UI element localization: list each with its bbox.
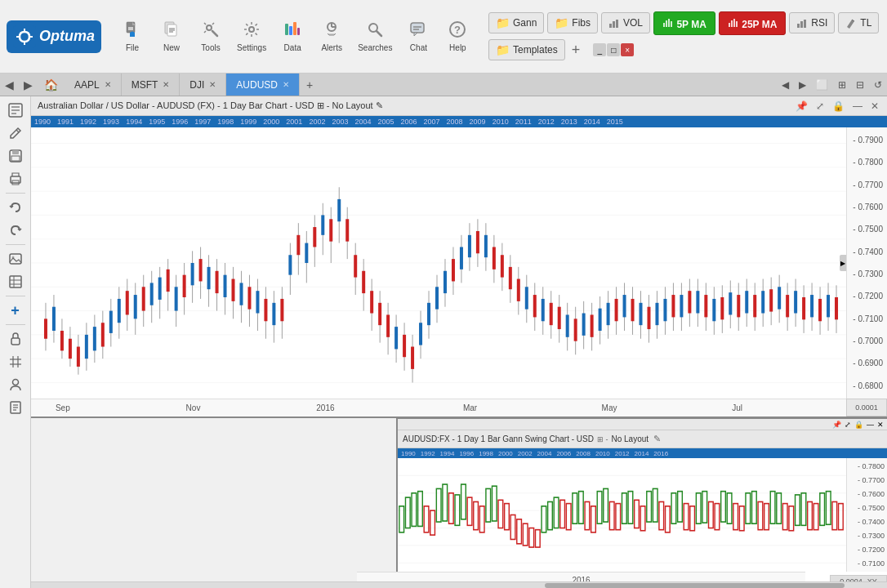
svg-rect-156 [362, 271, 365, 293]
upper-chart-canvas[interactable]: - 0.7900 - 0.7800 - 0.7700 - 0.7600 - 0.… [31, 127, 887, 399]
scrollbar-thumb[interactable] [545, 583, 845, 588]
sidebar-user-button[interactable] [3, 374, 28, 395]
tl-button[interactable]: TL [838, 12, 879, 33]
chart-minimize-button[interactable]: — [851, 100, 864, 112]
sidebar-redo-button[interactable] [3, 220, 28, 241]
layout-single-button[interactable]: ⬜ [811, 79, 833, 91]
lower-chart-container: 📌 ⤢ 🔒 — ✕ AUDUSD:FX - 1 Day 1 Bar Gann S… [396, 418, 887, 588]
back-button[interactable]: ◀ [0, 74, 19, 96]
data-button[interactable]: Data [274, 17, 310, 56]
tab-dji-close[interactable]: ✕ [209, 80, 216, 89]
new-button[interactable]: New [154, 17, 189, 56]
lower-minimize-button[interactable]: — [865, 421, 876, 429]
tab-aapl-close[interactable]: ✕ [105, 80, 111, 89]
vol-button[interactable]: VOL [601, 12, 650, 33]
lower-chart-canvas[interactable]: - 0.7800 - 0.7700 - 0.7600 - 0.7500 - 0.… [398, 458, 887, 572]
sidebar-print-button[interactable] [3, 168, 28, 189]
svg-rect-162 [386, 314, 390, 336]
svg-rect-142 [305, 243, 308, 263]
svg-rect-344 [801, 493, 806, 526]
svg-rect-27 [616, 20, 618, 28]
new-tab-button[interactable]: + [300, 74, 319, 96]
svg-rect-264 [802, 297, 805, 319]
chart-pin-button[interactable]: 📌 [794, 100, 809, 112]
svg-rect-120 [216, 271, 219, 293]
top-toolbar: Optuma File New Tools Settings Data [0, 0, 887, 74]
svg-rect-36 [797, 24, 800, 28]
close-button[interactable]: × [621, 43, 634, 56]
tab-audusd-close[interactable]: ✕ [283, 80, 289, 89]
tab-dji[interactable]: DJI ✕ [180, 74, 226, 96]
svg-rect-234 [680, 295, 683, 317]
lower-edit-button[interactable]: ✎ [652, 434, 662, 444]
redo-icon [8, 223, 23, 238]
searches-icon [366, 20, 384, 42]
sidebar-save-button[interactable] [3, 145, 28, 167]
sidebar-image-button[interactable] [3, 248, 28, 270]
25pma-button[interactable]: 25P MA [719, 11, 786, 35]
time-label-2016: 2016 [316, 403, 334, 412]
svg-rect-200 [542, 299, 545, 321]
file-button[interactable]: File [114, 17, 150, 56]
horizontal-scrollbar[interactable] [31, 581, 887, 588]
watchlist-icon [8, 103, 23, 118]
sidebar-grid-button[interactable] [3, 351, 28, 372]
svg-rect-202 [550, 303, 553, 325]
tools-button[interactable]: Tools [193, 17, 229, 56]
5pma-button[interactable]: 5P MA [653, 11, 715, 35]
new-icon [163, 20, 181, 42]
tab-msft[interactable]: MSFT ✕ [122, 74, 181, 96]
svg-rect-20 [411, 23, 424, 33]
help-button[interactable]: ? Help [439, 17, 475, 56]
chart-close-button[interactable]: ✕ [869, 100, 880, 112]
svg-rect-184 [476, 231, 479, 253]
svg-rect-47 [11, 156, 20, 161]
chat-button[interactable]: Chat [400, 17, 436, 56]
svg-rect-174 [435, 287, 439, 309]
searches-button[interactable]: Searches [353, 17, 397, 56]
svg-rect-194 [517, 279, 520, 301]
tab-msft-close[interactable]: ✕ [163, 80, 169, 89]
fibs-button[interactable]: 📁 Fibs [547, 12, 598, 33]
svg-rect-188 [493, 247, 496, 269]
refresh-button[interactable]: ↺ [869, 79, 887, 91]
tab-audusd[interactable]: AUDUSD ✕ [226, 74, 300, 96]
add-tool-button[interactable]: + [568, 38, 584, 62]
sidebar-add-button[interactable]: + [3, 300, 28, 321]
sidebar-draw-button[interactable] [3, 122, 28, 144]
svg-rect-258 [778, 287, 781, 309]
svg-rect-345 [808, 501, 813, 529]
layout-custom-button[interactable]: ⊟ [851, 79, 869, 91]
settings-button[interactable]: Settings [232, 17, 271, 56]
lower-detach-button[interactable]: ⤢ [843, 421, 853, 429]
svg-rect-82 [60, 331, 64, 350]
lower-pin-button[interactable]: 📌 [831, 421, 843, 429]
layout-grid-button[interactable]: ⊞ [833, 79, 851, 91]
sidebar-notes-button[interactable] [3, 397, 28, 418]
sidebar-watchlist-button[interactable] [3, 100, 28, 121]
svg-rect-56 [11, 338, 20, 345]
svg-rect-297 [510, 515, 515, 540]
tab-msft-label: MSFT [131, 79, 158, 91]
lower-lock-button[interactable]: 🔒 [853, 421, 865, 429]
svg-rect-144 [313, 227, 316, 247]
tab-next-button[interactable]: ▶ [794, 79, 811, 91]
sidebar-lock-button[interactable] [3, 328, 28, 350]
tab-prev-button[interactable]: ◀ [777, 79, 794, 91]
forward-button[interactable]: ▶ [19, 74, 38, 96]
home-button[interactable]: 🏠 [38, 74, 65, 96]
gann-button[interactable]: 📁 Gann [488, 12, 544, 33]
chart-lock-button[interactable]: 🔒 [831, 100, 846, 112]
upper-chart: 1990 1991 1992 1993 1994 1995 1996 1997 … [31, 116, 887, 416]
sidebar-data-button[interactable] [3, 271, 28, 292]
minimize-button[interactable]: _ [593, 43, 606, 56]
tab-aapl[interactable]: AAPL ✕ [65, 74, 122, 96]
alerts-button[interactable]: Alerts [314, 17, 350, 56]
maximize-button[interactable]: □ [607, 43, 620, 56]
sidebar-undo-button[interactable] [3, 197, 28, 218]
templates-button[interactable]: 📁 Templates [488, 39, 565, 60]
rsi-button[interactable]: RSI [789, 12, 835, 33]
price-axis-expand-button[interactable]: ▶ [840, 255, 846, 271]
lower-close-button[interactable]: ✕ [876, 421, 885, 429]
chart-detach-button[interactable]: ⤢ [814, 100, 826, 112]
